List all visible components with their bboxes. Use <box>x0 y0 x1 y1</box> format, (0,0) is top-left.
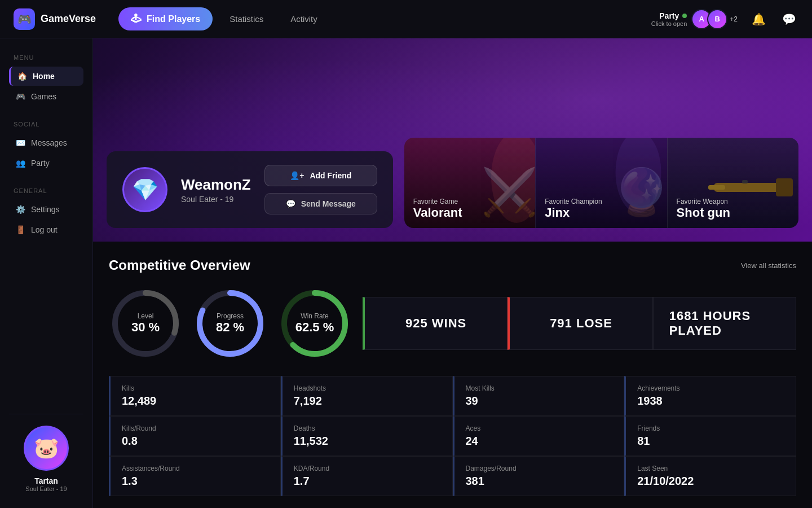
fav-game-card: ⚔️ Favorite Game Valorant <box>404 138 535 228</box>
stat-value: 39 <box>466 395 613 408</box>
stat-value: 11,532 <box>294 435 441 448</box>
level-label: Level <box>131 312 160 320</box>
games-icon: 🎮 <box>16 92 25 101</box>
stat-label: Headshots <box>294 384 441 392</box>
hero-content: 💎 WeamonZ Soul Eater - 19 👤+ Add Friend … <box>93 126 812 242</box>
party-nav-icon: 👥 <box>16 159 25 168</box>
stat-value: 24 <box>466 435 613 448</box>
hours-stat: 1681 HOURS PLAYED <box>653 297 796 350</box>
sidebar-messages-label: Messages <box>31 138 67 147</box>
loses-stat: 791 LOSE <box>508 297 652 350</box>
winrate-value: 62.5 % <box>295 320 334 335</box>
stat-label: Deaths <box>294 424 441 432</box>
fav-game-label: Favorite Game <box>413 198 526 205</box>
wins-stat: 925 WINS <box>363 297 508 350</box>
level-value: 30 % <box>131 320 160 335</box>
messages-icon[interactable]: 💬 <box>779 10 798 29</box>
progress-label: Progress <box>216 312 244 320</box>
stat-value: 1.3 <box>122 475 269 488</box>
hero-banner: 💎 WeamonZ Soul Eater - 19 👤+ Add Friend … <box>93 38 812 242</box>
sidebar-item-home[interactable]: 🏠 Home <box>9 67 83 86</box>
user-avatar-sidebar: 🐷 <box>24 426 69 471</box>
party-sub: Click to open <box>651 20 687 27</box>
user-name-sidebar: Tartan <box>34 476 58 485</box>
activity-link[interactable]: Activity <box>280 8 328 29</box>
sidebar: Menu 🏠 Home 🎮 Games Social ✉️ Messages 👥… <box>0 38 93 508</box>
party-name: Party <box>659 11 687 20</box>
stat-cell: Last Seen 21/10/2022 <box>624 456 796 496</box>
stat-value: 381 <box>466 475 613 488</box>
stat-cell: KDA/Round 1.7 <box>281 456 453 496</box>
add-friend-icon: 👤+ <box>290 171 304 180</box>
stat-value: 7,192 <box>294 395 441 408</box>
messages-nav-icon: ✉️ <box>16 138 25 147</box>
logo-text: GameVerse <box>41 13 96 25</box>
stat-value: 0.8 <box>122 435 269 448</box>
level-circle: Level 30 % <box>109 287 182 360</box>
sidebar-user: 🐷 Tartan Soul Eater - 19 <box>9 414 83 492</box>
sidebar-games-label: Games <box>31 92 56 101</box>
logo-area[interactable]: 🎮 GameVerse <box>14 8 96 30</box>
nav-right: Party Click to open A B +2 🔔 💬 <box>651 9 798 29</box>
competitive-title: Competitive Overview <box>109 257 250 273</box>
online-dot <box>682 14 687 18</box>
send-message-icon: 💬 <box>286 199 295 208</box>
body-area: Menu 🏠 Home 🎮 Games Social ✉️ Messages 👥… <box>0 38 812 508</box>
home-icon: 🏠 <box>17 72 27 81</box>
competitive-section: Competitive Overview View all statistics… <box>93 242 812 496</box>
sidebar-item-games[interactable]: 🎮 Games <box>9 87 83 106</box>
party-avatar-2: B <box>707 9 727 29</box>
find-players-label: Find Players <box>147 14 200 24</box>
send-message-button[interactable]: 💬 Send Message <box>264 193 377 214</box>
stat-value: 21/10/2022 <box>637 475 784 488</box>
notifications-icon[interactable]: 🔔 <box>749 10 768 29</box>
fav-cards: ⚔️ Favorite Game Valorant 🔮 Favorite Cha… <box>404 138 798 228</box>
settings-icon: ⚙️ <box>16 205 25 214</box>
fav-champion-label: Favorite Champion <box>545 198 657 205</box>
add-friend-button[interactable]: 👤+ Add Friend <box>264 165 377 186</box>
winrate-label: Win Rate <box>295 312 334 320</box>
party-avatars: A B +2 <box>691 9 738 29</box>
sidebar-social-label: Social <box>9 121 83 128</box>
stat-cell: Kills 12,489 <box>109 376 281 416</box>
profile-actions: 👤+ Add Friend 💬 Send Message <box>264 165 377 214</box>
winrate-circle: Win Rate 62.5 % <box>278 287 351 360</box>
profile-sub: Soul Eater - 19 <box>181 195 251 204</box>
view-all-statistics-link[interactable]: View all statistics <box>741 261 796 270</box>
stat-label: KDA/Round <box>294 465 441 472</box>
sidebar-item-logout[interactable]: 🚪 Log out <box>9 220 83 239</box>
sidebar-general-group: General ⚙️ Settings 🚪 Log out <box>9 187 83 240</box>
big-stats: 925 WINS 791 LOSE 1681 HOURS PLAYED <box>363 297 796 350</box>
stat-cell: Kills/Round 0.8 <box>109 416 281 456</box>
sidebar-item-settings[interactable]: ⚙️ Settings <box>9 200 83 219</box>
party-button[interactable]: Party Click to open A B +2 <box>651 9 738 29</box>
sidebar-general-label: General <box>9 187 83 194</box>
main-content: 💎 WeamonZ Soul Eater - 19 👤+ Add Friend … <box>93 38 812 508</box>
party-label: Party Click to open <box>651 11 687 27</box>
stat-label: Most Kills <box>466 384 613 392</box>
sidebar-party-label: Party <box>31 159 50 168</box>
progress-value: 82 % <box>216 320 244 335</box>
fav-game-value: Valorant <box>413 205 526 220</box>
statistics-link[interactable]: Statistics <box>219 8 273 29</box>
logout-icon: 🚪 <box>16 225 25 234</box>
stat-cell: Damages/Round 381 <box>453 456 625 496</box>
fav-weapon-card: Favorite Weapon Shot gun <box>667 138 798 228</box>
profile-name: WeamonZ <box>181 176 251 194</box>
stat-label: Friends <box>637 424 784 432</box>
sidebar-menu-group: Menu 🏠 Home 🎮 Games <box>9 54 83 107</box>
sidebar-item-party[interactable]: 👥 Party <box>9 154 83 173</box>
sidebar-settings-label: Settings <box>31 205 60 214</box>
find-players-button[interactable]: 🕹 Find Players <box>118 7 213 30</box>
stat-cell: Headshots 7,192 <box>281 376 453 416</box>
fav-champion-card: 🔮 Favorite Champion Jinx <box>535 138 667 228</box>
sidebar-home-label: Home <box>33 72 55 81</box>
sidebar-item-messages[interactable]: ✉️ Messages <box>9 133 83 152</box>
stat-label: Kills <box>122 384 269 392</box>
progress-circle: Progress 82 % <box>193 287 267 360</box>
stat-value: 81 <box>637 435 784 448</box>
stats-row: Level 30 % Progress 82 % <box>109 287 796 360</box>
stat-value: 1938 <box>637 395 784 408</box>
profile-card: 💎 WeamonZ Soul Eater - 19 👤+ Add Friend … <box>107 151 393 228</box>
fav-weapon-label: Favorite Weapon <box>677 198 789 205</box>
